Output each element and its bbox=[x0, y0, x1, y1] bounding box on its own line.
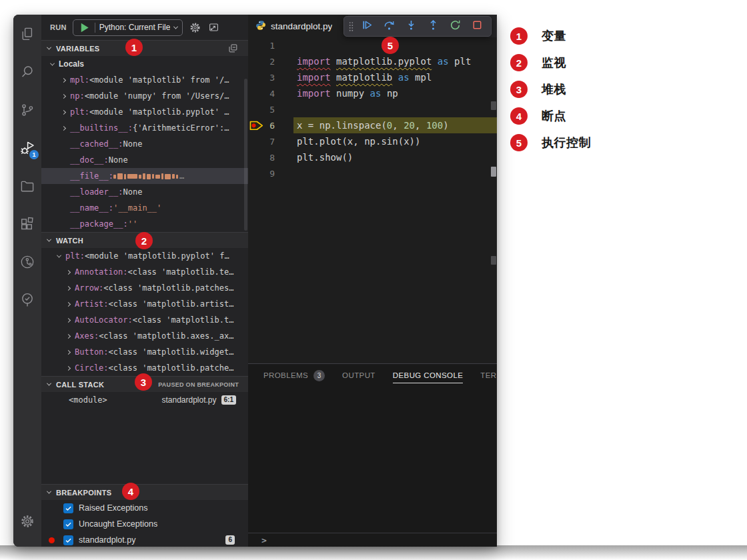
code-gutter[interactable]: 7 bbox=[248, 133, 293, 149]
code-line[interactable]: 5 bbox=[248, 101, 497, 117]
code-text[interactable]: import numpy as np bbox=[293, 85, 497, 101]
code-gutter[interactable]: 1 bbox=[248, 37, 293, 53]
code-line[interactable]: 2import matplotlib.pyplot as plt bbox=[248, 53, 497, 69]
chevron-right-icon bbox=[66, 285, 71, 290]
watch-row[interactable]: Axes: <class 'matplotlib.axes._ax… bbox=[41, 328, 248, 344]
code-text[interactable]: plt.plot(x, np.sin(x)) bbox=[293, 133, 497, 149]
variable-row[interactable]: __builtins__: {'ArithmeticError':… bbox=[41, 120, 248, 136]
callout-circle-1: 1 bbox=[125, 39, 143, 56]
watch-row[interactable]: Arrow: <class 'matplotlib.patches… bbox=[41, 280, 248, 296]
code-editor[interactable]: 12import matplotlib.pyplot as plt3import… bbox=[248, 37, 497, 181]
activity-item-explorer[interactable] bbox=[13, 16, 41, 54]
activity-item-circle-branch[interactable] bbox=[13, 244, 41, 282]
breakpoint-checkbox[interactable] bbox=[63, 519, 73, 529]
activity-item-extensions[interactable] bbox=[13, 206, 41, 244]
variable-row[interactable]: __loader__: None bbox=[41, 184, 248, 200]
continue-button[interactable] bbox=[356, 17, 378, 36]
frame-name: <module> bbox=[69, 395, 107, 405]
vscode-window: 1 RUN Python: Current File VARIABLES Loc… bbox=[13, 15, 497, 547]
watch-row[interactable]: Button: <class 'matplotlib.widget… bbox=[41, 344, 248, 360]
section-header-breakpoints[interactable]: BREAKPOINTS bbox=[41, 484, 248, 500]
variable-value: <class 'matplotlib.axes._ax… bbox=[99, 331, 233, 341]
overview-ruler-mark bbox=[491, 101, 496, 110]
activity-item-folder[interactable] bbox=[13, 168, 41, 206]
variable-row[interactable]: __cached__: None bbox=[41, 136, 248, 152]
breakpoint-row[interactable]: standardplot.py6 bbox=[41, 532, 248, 547]
stop-button[interactable] bbox=[466, 17, 488, 36]
code-text[interactable]: x = np.linspace(0, 20, 100) bbox=[293, 117, 497, 133]
code-text[interactable]: import matplotlib.pyplot as plt bbox=[293, 53, 497, 69]
variable-row[interactable]: __name__: '__main__' bbox=[41, 200, 248, 216]
restart-button[interactable] bbox=[444, 17, 466, 36]
code-gutter[interactable]: 3 bbox=[248, 69, 293, 85]
variable-row[interactable]: mpl: <module 'matplotlib' from '/… bbox=[41, 72, 248, 88]
drag-grip-icon[interactable] bbox=[346, 21, 356, 32]
legend-item: 1变量 bbox=[510, 27, 591, 45]
editor-tab[interactable]: standardplot.py bbox=[248, 15, 348, 37]
activity-item-test-tree[interactable] bbox=[13, 282, 41, 320]
problems-count-badge: 3 bbox=[313, 370, 325, 381]
code-text[interactable]: plt.show() bbox=[293, 149, 497, 165]
code-gutter[interactable]: 6 bbox=[248, 117, 293, 133]
breakpoint-row[interactable]: Raised Exceptions bbox=[41, 500, 248, 516]
code-gutter[interactable]: 5 bbox=[248, 101, 293, 117]
section-header-variables[interactable]: VARIABLES bbox=[41, 40, 248, 56]
start-debug-icon[interactable] bbox=[78, 21, 91, 34]
code-text[interactable] bbox=[293, 101, 497, 117]
breakpoint-row[interactable]: Uncaught Exceptions bbox=[41, 516, 248, 532]
breakpoint-checkbox[interactable] bbox=[63, 503, 73, 513]
editor-tab-label: standardplot.py bbox=[271, 21, 332, 31]
watch-row[interactable]: Artist: <class 'matplotlib.artist… bbox=[41, 296, 248, 312]
activity-item-settings-gear[interactable] bbox=[13, 503, 41, 541]
watch-row[interactable]: AutoLocator: <class 'matplotlib.t… bbox=[41, 312, 248, 328]
frame-position-badge: 6:1 bbox=[221, 395, 236, 405]
activity-item-run-debug[interactable]: 1 bbox=[13, 130, 41, 168]
variable-row[interactable]: plt: <module 'matplotlib.pyplot' … bbox=[41, 104, 248, 120]
code-line[interactable]: 6x = np.linspace(0, 20, 100) bbox=[248, 117, 497, 133]
step-out-button[interactable] bbox=[422, 17, 444, 36]
panel-tab-debug-console[interactable]: DEBUG CONSOLE bbox=[393, 364, 464, 387]
variable-row[interactable]: np: <module 'numpy' from '/Users/… bbox=[41, 88, 248, 104]
code-gutter[interactable]: 4 bbox=[248, 85, 293, 101]
step-over-button[interactable] bbox=[378, 17, 400, 36]
code-line[interactable]: 4import numpy as np bbox=[248, 85, 497, 101]
code-text[interactable] bbox=[293, 165, 497, 181]
activity-item-source-control[interactable] bbox=[13, 92, 41, 130]
launch-config-select[interactable]: Python: Current File bbox=[73, 19, 183, 36]
watch-tree: plt: <module 'matplotlib.pyplot' f…Annot… bbox=[41, 248, 248, 376]
panel-tab-problems[interactable]: PROBLEMS3 bbox=[263, 364, 325, 387]
code-line[interactable]: 9 bbox=[248, 165, 497, 181]
variable-row[interactable]: __doc__: None bbox=[41, 152, 248, 168]
debug-console-input[interactable]: > bbox=[248, 533, 497, 547]
code-line[interactable]: 7plt.plot(x, np.sin(x)) bbox=[248, 133, 497, 149]
activity-item-search[interactable] bbox=[13, 54, 41, 92]
activity-bar: 1 bbox=[13, 15, 41, 547]
panel-tab-terminal[interactable]: TERMINAL bbox=[480, 364, 497, 387]
variable-name: np: bbox=[70, 91, 85, 101]
watch-root-row[interactable]: plt: <module 'matplotlib.pyplot' f… bbox=[41, 248, 248, 264]
collapse-all-icon[interactable] bbox=[227, 43, 239, 54]
code-token: as bbox=[370, 88, 382, 99]
code-line[interactable]: 3import matplotlib as mpl bbox=[248, 69, 497, 85]
panel-tab-output[interactable]: OUTPUT bbox=[342, 364, 376, 387]
callout-circle-3: 3 bbox=[135, 373, 152, 391]
call-stack-frame-row[interactable]: <module>standardplot.py6:1 bbox=[41, 392, 248, 408]
sidebar-scrollbar[interactable] bbox=[244, 79, 247, 231]
open-debug-console-icon[interactable] bbox=[207, 21, 220, 34]
section-title: VARIABLES bbox=[56, 45, 99, 53]
code-gutter[interactable]: 9 bbox=[248, 165, 293, 181]
variable-row[interactable]: __package__: '' bbox=[41, 216, 248, 232]
breakpoint-checkbox[interactable] bbox=[63, 535, 73, 545]
code-text[interactable]: import matplotlib as mpl bbox=[293, 69, 497, 85]
variable-row[interactable]: __file__: … bbox=[41, 168, 248, 184]
code-gutter[interactable]: 8 bbox=[248, 149, 293, 165]
code-line[interactable]: 1 bbox=[248, 37, 497, 53]
code-gutter[interactable]: 2 bbox=[248, 53, 293, 69]
watch-row[interactable]: Annotation: <class 'matplotlib.te… bbox=[41, 264, 248, 280]
code-line[interactable]: 8plt.show() bbox=[248, 149, 497, 165]
code-token: as bbox=[438, 56, 449, 67]
variable-value: <module 'matplotlib.pyplot' f… bbox=[85, 251, 229, 261]
settings-gear-icon[interactable] bbox=[189, 21, 201, 34]
scope-row-locals[interactable]: Locals bbox=[41, 56, 248, 72]
step-into-button[interactable] bbox=[400, 17, 422, 36]
